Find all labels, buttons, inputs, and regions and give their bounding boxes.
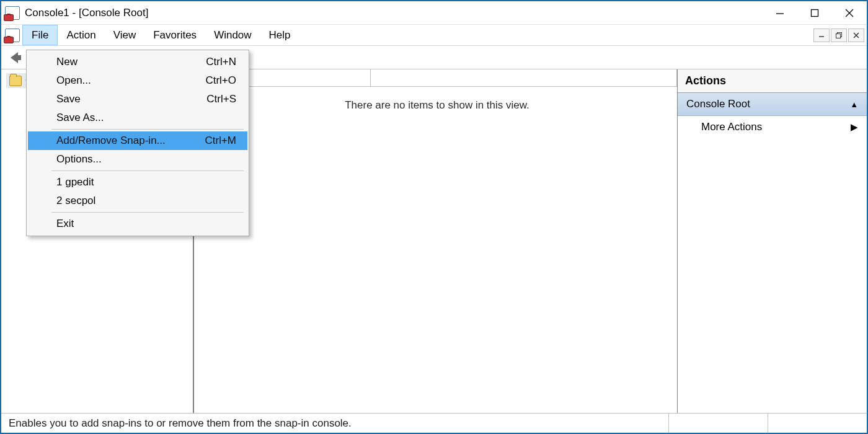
close-icon (853, 32, 859, 38)
menu-item-label: 2 secpol (56, 195, 95, 207)
menu-item-label: Add/Remove Snap-in... (56, 135, 166, 147)
status-text: Enables you to add snap-ins to or remove… (9, 417, 352, 430)
actions-more-button[interactable]: More Actions ▶ (678, 116, 867, 138)
list-column[interactable] (371, 69, 677, 86)
status-cell (768, 414, 867, 433)
mmc-icon (5, 6, 20, 20)
menu-item-open[interactable]: Open... Ctrl+O (28, 71, 247, 90)
status-cells (668, 414, 867, 433)
mdi-restore-button[interactable] (831, 29, 847, 42)
actions-context-header[interactable]: Console Root ▲ (678, 93, 867, 116)
maximize-icon (810, 9, 819, 17)
menu-separator (51, 129, 244, 130)
actions-title: Actions (678, 69, 867, 93)
svg-rect-1 (812, 9, 818, 16)
status-cell (668, 414, 768, 433)
menu-item-recent-1[interactable]: 1 gpedit (28, 173, 247, 192)
close-button[interactable] (832, 1, 867, 24)
list-header (197, 69, 677, 87)
maximize-button[interactable] (797, 1, 832, 24)
actions-context-label: Console Root (686, 98, 750, 110)
minimize-icon (818, 32, 825, 38)
list-pane[interactable]: There are no items to show in this view. (197, 69, 677, 413)
menu-view[interactable]: View (105, 25, 145, 45)
menu-file[interactable]: File (22, 25, 58, 45)
menu-item-label: Open... (56, 74, 91, 87)
menu-item-recent-2[interactable]: 2 secpol (28, 192, 247, 210)
menu-separator (51, 212, 244, 213)
collapse-up-icon: ▲ (850, 100, 858, 109)
menu-separator (51, 170, 244, 171)
empty-list-message: There are no items to show in this view. (345, 99, 529, 112)
chevron-right-icon: ▶ (851, 122, 858, 133)
menu-item-add-remove-snapin[interactable]: Add/Remove Snap-in... Ctrl+M (28, 131, 247, 150)
titlebar: Console1 - [Console Root] (1, 1, 867, 25)
menu-item-accel: Ctrl+S (206, 93, 236, 105)
menu-item-accel: Ctrl+M (205, 135, 236, 147)
svg-rect-9 (17, 55, 21, 60)
actions-pane: Actions Console Root ▲ More Actions ▶ (677, 69, 867, 413)
minimize-icon (776, 9, 784, 17)
close-icon (845, 9, 854, 17)
menu-item-accel: Ctrl+O (205, 74, 236, 87)
minimize-button[interactable] (763, 1, 797, 24)
file-menu-dropdown: New Ctrl+N Open... Ctrl+O Save Ctrl+S Sa… (26, 50, 249, 236)
actions-more-label: More Actions (701, 121, 762, 133)
menu-item-label: Options... (56, 153, 102, 166)
app-window: Console1 - [Console Root] File Action Vi… (0, 0, 868, 434)
menu-item-accel: Ctrl+N (206, 56, 236, 68)
menu-item-save-as[interactable]: Save As... (28, 108, 247, 127)
svg-rect-6 (836, 33, 841, 38)
mdi-minimize-button[interactable] (813, 29, 830, 42)
menu-action[interactable]: Action (58, 25, 104, 45)
mdi-close-button[interactable] (848, 29, 864, 42)
menu-item-label: 1 gpedit (56, 176, 94, 188)
menu-item-save[interactable]: Save Ctrl+S (28, 90, 247, 108)
menu-favorites[interactable]: Favorites (144, 25, 205, 45)
menu-item-label: Save (56, 93, 81, 105)
menu-item-options[interactable]: Options... (28, 150, 247, 169)
menubar: File Action View Favorites Window Help (1, 25, 867, 46)
menu-item-label: Exit (56, 218, 74, 230)
folder-icon (9, 76, 22, 86)
window-title: Console1 - [Console Root] (25, 7, 763, 19)
menu-item-label: New (56, 56, 78, 68)
statusbar: Enables you to add snap-ins to or remove… (1, 413, 867, 433)
menu-item-exit[interactable]: Exit (28, 215, 247, 233)
window-controls (763, 1, 867, 24)
menu-window[interactable]: Window (205, 25, 260, 45)
menu-help[interactable]: Help (260, 25, 299, 45)
back-arrow-icon (7, 50, 23, 66)
back-button[interactable] (5, 48, 25, 68)
mmc-icon (5, 29, 20, 42)
menu-item-new[interactable]: New Ctrl+N (28, 53, 247, 71)
menu-item-label: Save As... (56, 112, 104, 124)
restore-icon (836, 32, 842, 38)
mdi-controls (813, 25, 867, 45)
